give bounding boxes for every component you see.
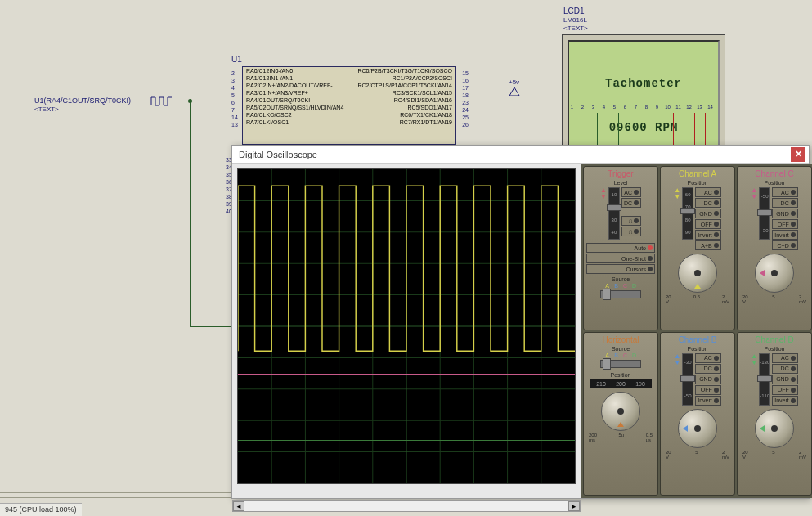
dc-button[interactable]: DC xyxy=(695,364,721,374)
position-label: Position xyxy=(663,180,732,186)
status-bar: 945 (CPU load 100%) xyxy=(0,503,82,516)
wire xyxy=(173,101,221,101)
level-slider[interactable]: 10203040 xyxy=(608,187,620,240)
net-label: U1(RA4/C1OUT/SRQ/T0CKI) xyxy=(34,96,131,105)
pos-arrows[interactable] xyxy=(751,353,757,406)
ac-button[interactable]: AC xyxy=(772,187,798,197)
pos-arrows[interactable] xyxy=(751,187,757,250)
channel-d-panel: Channel D Position -130-120-110 AC DC GN… xyxy=(737,332,812,496)
ab-button[interactable]: A+B xyxy=(695,240,721,250)
scope-display[interactable] xyxy=(237,168,576,484)
ic-chip[interactable]: RA0/C12IN0-/AN0RC0/P2B/T3CKI/T3G/T1CKI/S… xyxy=(242,66,456,145)
pos-arrows[interactable] xyxy=(674,187,680,250)
source-label: Source xyxy=(586,276,655,282)
scale-knob[interactable] xyxy=(678,254,717,293)
invert-button[interactable]: Invert xyxy=(772,230,798,240)
ac-button[interactable]: AC xyxy=(695,187,721,197)
position-label: Position xyxy=(663,346,732,352)
wire xyxy=(673,113,674,147)
wire xyxy=(190,101,191,327)
dc-button[interactable]: DC xyxy=(695,198,721,208)
lcd-ref: LCD1 xyxy=(563,7,585,16)
scale-readout: 20V 0.5 2mV xyxy=(663,294,732,304)
position-readout: 210 200 190 xyxy=(590,379,652,388)
channel-b-panel: Channel B Position -30-40-50 AC DC GND O… xyxy=(660,332,735,496)
off-button[interactable]: OFF xyxy=(772,219,798,229)
scale-knob[interactable] xyxy=(755,254,794,293)
level-arrows[interactable] xyxy=(600,187,607,240)
cd-button[interactable]: C+D xyxy=(772,240,798,250)
ac-button[interactable]: AC xyxy=(695,353,721,363)
invert-button[interactable]: Invert xyxy=(695,230,721,240)
coupling-ac[interactable]: AC xyxy=(621,187,641,197)
gnd-button[interactable]: GND xyxy=(695,375,721,384)
invert-button[interactable]: Invert xyxy=(772,396,798,406)
pos-arrows[interactable] xyxy=(674,353,680,406)
panel-title: Trigger xyxy=(586,169,655,178)
scale-readout: 20V 5 2mV xyxy=(740,450,809,460)
ac-button[interactable]: AC xyxy=(772,353,798,363)
wire xyxy=(684,113,684,147)
position-slider[interactable]: -50-40-30 xyxy=(759,187,770,240)
wire xyxy=(618,113,619,147)
gnd-button[interactable]: GND xyxy=(695,209,721,218)
off-button[interactable]: OFF xyxy=(695,219,721,229)
wire xyxy=(514,96,514,146)
horizontal-scrollbar[interactable]: ◄ ► xyxy=(232,500,581,512)
lcd-part: LM016L xyxy=(563,16,587,24)
trigger-source-row: A B C D xyxy=(586,283,655,289)
junction-node xyxy=(188,99,192,103)
scale-readout: 200ms 5u 0.5µs xyxy=(586,433,655,442)
scroll-track[interactable] xyxy=(244,501,568,511)
scale-readout: 20V 5 2mV xyxy=(740,294,809,304)
scale-knob[interactable] xyxy=(755,409,794,448)
scroll-left-button[interactable]: ◄ xyxy=(233,501,244,511)
position-label: Position xyxy=(740,180,809,186)
trigger-panel: Trigger Level 10203040 AC DC ⎍ xyxy=(583,166,658,330)
panel-title: Horizontal xyxy=(586,335,655,344)
panel-title: Channel C xyxy=(740,169,809,178)
horiz-source-row: A B C D xyxy=(586,352,655,358)
level-label: Level xyxy=(586,180,655,186)
channel-c-panel: Channel C Position -50-40-30 AC DC GND O… xyxy=(737,166,812,330)
gnd-button[interactable]: GND xyxy=(772,375,798,384)
power-arrow-icon xyxy=(509,87,520,99)
scale-readout: 20V 5 2mV xyxy=(663,450,732,460)
scale-knob[interactable] xyxy=(678,409,717,448)
invert-button[interactable]: Invert xyxy=(695,396,721,406)
horiz-source-slider[interactable] xyxy=(600,360,641,368)
close-button[interactable]: ✕ xyxy=(791,147,805,162)
timebase-knob[interactable] xyxy=(601,392,640,431)
position-slider[interactable]: -130-120-110 xyxy=(759,353,770,406)
window-titlebar[interactable]: Digital Oscilloscope ✕ xyxy=(232,146,809,164)
wire xyxy=(694,113,695,147)
panel-title: Channel A xyxy=(663,169,732,178)
mode-cursors[interactable]: Cursors xyxy=(586,264,655,274)
oscilloscope-window[interactable]: Digital Oscilloscope ✕ xyxy=(231,145,810,499)
wire xyxy=(190,326,232,327)
power-label: +5v xyxy=(509,79,519,86)
off-button[interactable]: OFF xyxy=(772,385,798,395)
coupling-dc[interactable]: DC xyxy=(621,198,641,208)
chip-ref: U1 xyxy=(231,55,242,64)
wire xyxy=(608,113,608,147)
position-label: Position xyxy=(740,346,809,352)
position-slider[interactable]: 60708090 xyxy=(682,187,693,240)
mode-oneshot[interactable]: One-Shot xyxy=(586,254,655,263)
dc-button[interactable]: DC xyxy=(772,198,798,208)
wire xyxy=(705,113,706,147)
scroll-right-button[interactable]: ► xyxy=(568,501,580,511)
text-placeholder: <TEXT> xyxy=(563,25,588,32)
panel-title: Channel B xyxy=(663,335,732,344)
mode-auto[interactable]: Auto xyxy=(586,243,655,253)
position-slider[interactable]: -30-40-50 xyxy=(682,353,693,406)
lcd-line1: Tachometer xyxy=(577,76,710,91)
edge-falling[interactable]: ⎍ xyxy=(621,227,641,236)
lcd-pin-numbers: 1234567891011121314 xyxy=(568,105,715,110)
gnd-button[interactable]: GND xyxy=(772,209,798,218)
off-button[interactable]: OFF xyxy=(695,385,721,395)
edge-rising[interactable]: ⎍ xyxy=(621,216,641,226)
pulse-source-icon xyxy=(150,96,173,109)
trigger-source-slider[interactable] xyxy=(600,290,641,298)
dc-button[interactable]: DC xyxy=(772,364,798,374)
